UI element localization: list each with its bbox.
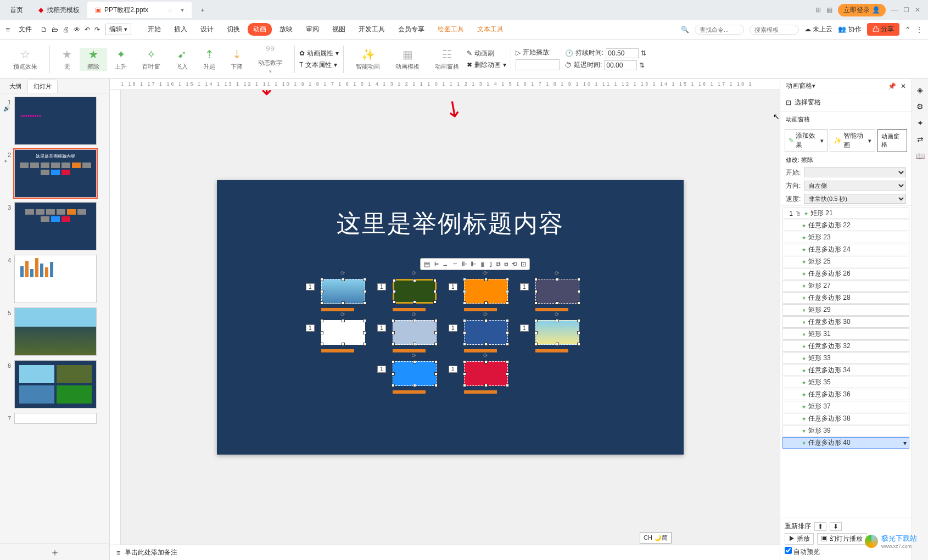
move-up-button[interactable]: ⬆ bbox=[814, 522, 826, 531]
align-icon[interactable]: ⫟ bbox=[452, 260, 459, 268]
notes-placeholder[interactable]: 单击此处添加备注 bbox=[125, 548, 177, 557]
anim-pane-toggle[interactable]: 动画窗格 bbox=[877, 129, 907, 152]
close-icon[interactable]: ✕ bbox=[915, 6, 920, 14]
align-icon[interactable]: ⊪ bbox=[462, 260, 467, 268]
slide-object[interactable]: ⟳1 bbox=[393, 279, 437, 304]
anim-list-item[interactable]: ★ 矩形 39 bbox=[782, 425, 909, 436]
rail-anim-icon[interactable]: ✦ bbox=[917, 119, 924, 127]
duration-input[interactable] bbox=[606, 48, 639, 58]
slide-object[interactable]: ⟳1 bbox=[321, 320, 365, 345]
group-icon[interactable]: ⧉ bbox=[496, 260, 501, 268]
pin-icon[interactable]: 📌 bbox=[888, 82, 896, 90]
anim-list-item[interactable]: ★ 矩形 33 bbox=[782, 352, 909, 364]
rail-docs-icon[interactable]: 📖 bbox=[915, 152, 925, 160]
tab-texttools[interactable]: 文本工具 bbox=[472, 23, 509, 36]
close-pane-icon[interactable]: ✕ bbox=[901, 82, 906, 90]
tab-devtools[interactable]: 开发工具 bbox=[353, 23, 390, 36]
slide-object[interactable]: ⟳1 bbox=[535, 320, 579, 345]
slide-canvas[interactable]: 这里是举例标题内容 ▤⊫⫠⫟⊪⊩⫼⫿⧉⧈⟲⊡ ⟳1⟳1⟳1⟳1 ⟳1⟳1⟳1⟳1… bbox=[217, 180, 684, 455]
anim-clover[interactable]: ✧百叶窗 bbox=[135, 48, 168, 71]
object-toolbar[interactable]: ▤⊫⫠⫟⊪⊩⫼⫿⧉⧈⟲⊡ bbox=[420, 258, 530, 270]
anim-property-dropdown[interactable]: ✿动画属性 ▾ bbox=[299, 49, 339, 58]
rail-transition-icon[interactable]: ⇄ bbox=[917, 135, 924, 144]
slide-thumb-6[interactable] bbox=[14, 360, 97, 408]
slide-object[interactable]: ⟳1 bbox=[321, 279, 365, 304]
menu-icon[interactable]: ≡ bbox=[5, 25, 10, 34]
slide-object[interactable]: ⟳1 bbox=[464, 320, 508, 345]
anim-list-item[interactable]: ★ 任意多边形 28 bbox=[782, 292, 909, 304]
anim-list-item[interactable]: ★ 矩形 35 bbox=[782, 377, 909, 388]
start-play-combo[interactable] bbox=[516, 59, 560, 70]
slide-thumb-1[interactable]: ●●●●●●●●● bbox=[14, 97, 97, 145]
rail-settings-icon[interactable]: ⚙ bbox=[916, 102, 924, 111]
dist-icon[interactable]: ⫿ bbox=[489, 260, 493, 268]
dist-icon[interactable]: ⫼ bbox=[479, 260, 486, 268]
slideshow-play-button[interactable]: ▣ 幻灯片播放 bbox=[817, 533, 866, 545]
minimize-icon[interactable]: — bbox=[891, 6, 898, 14]
search-template-input[interactable] bbox=[750, 25, 799, 35]
tab-slideshow[interactable]: 放映 bbox=[274, 23, 298, 36]
speed-select[interactable]: 非常快(0.5 秒) bbox=[804, 194, 906, 204]
slide-object[interactable]: ⟳1 bbox=[393, 320, 437, 345]
anim-list-item[interactable]: ★ 矩形 29 bbox=[782, 304, 909, 316]
anim-list-item[interactable]: ★ 任意多边形 22 bbox=[782, 220, 909, 231]
cloud-icon[interactable]: ☁ 未上云 bbox=[804, 25, 832, 34]
anim-list-item[interactable]: ★ 矩形 23 bbox=[782, 232, 909, 243]
anim-rise[interactable]: ✦上升 bbox=[107, 48, 135, 71]
anim-list-item[interactable]: ★ 任意多边形 26 bbox=[782, 268, 909, 279]
anim-list-item[interactable]: 1 🖱 ★ 矩形 21 bbox=[782, 208, 909, 219]
anim-template-button[interactable]: ▦动画模板 bbox=[388, 48, 427, 71]
open-icon[interactable]: 🗁 bbox=[52, 26, 58, 33]
print-icon[interactable]: 🖨 bbox=[63, 26, 69, 33]
slide-thumb-4[interactable] bbox=[14, 255, 97, 303]
smart-anim-button[interactable]: ✨智能动画 ▾ bbox=[830, 129, 875, 152]
tab-template[interactable]: ◆找稻壳模板 bbox=[31, 2, 87, 18]
preview-icon[interactable]: 👁 bbox=[74, 26, 80, 33]
delete-anim-dropdown[interactable]: ✖删除动画 ▾ bbox=[467, 60, 506, 70]
anim-list-item[interactable]: ★ 任意多边形 30 bbox=[782, 316, 909, 328]
file-menu[interactable]: 文件 bbox=[15, 24, 35, 35]
direction-select[interactable]: 自左侧 bbox=[804, 181, 906, 191]
slide-thumb-3[interactable] bbox=[14, 202, 97, 250]
add-effect-button[interactable]: ✎添加效果 ▾ bbox=[785, 129, 828, 152]
add-slide-button[interactable]: ＋ bbox=[0, 544, 109, 560]
anim-list-item[interactable]: ★ 任意多边形 40 ▾ bbox=[782, 437, 909, 449]
more-icon[interactable]: ⋮ bbox=[916, 26, 923, 33]
text-property-dropdown[interactable]: T文本属性 ▾ bbox=[299, 60, 339, 70]
spinner-icon[interactable]: ⇅ bbox=[639, 61, 645, 69]
tab-new[interactable]: ＋ bbox=[192, 2, 214, 18]
tab-drawtools[interactable]: 绘图工具 bbox=[432, 23, 469, 36]
align-icon[interactable]: ⊩ bbox=[471, 260, 476, 268]
tab-view[interactable]: 视图 bbox=[327, 23, 351, 36]
redo-icon[interactable]: ↷ bbox=[94, 26, 100, 33]
share-button[interactable]: 凸 分享 bbox=[867, 23, 899, 36]
tab-insert[interactable]: 插入 bbox=[169, 23, 193, 36]
anim-ascend[interactable]: ⇡升起 bbox=[195, 48, 223, 71]
new-icon[interactable]: 🗋 bbox=[41, 26, 47, 33]
tab-animation[interactable]: 动画 bbox=[248, 23, 272, 36]
anim-pane-button[interactable]: ☷动画窗格 bbox=[427, 48, 467, 71]
group-icon[interactable]: ⧈ bbox=[504, 260, 508, 268]
tab-member[interactable]: 会员专享 bbox=[393, 23, 430, 36]
slide-thumb-2[interactable]: 这里是举例标题内容 bbox=[14, 149, 97, 198]
anim-list-item[interactable]: ★ 任意多边形 36 bbox=[782, 389, 909, 400]
anim-descend[interactable]: ⇣下降 bbox=[223, 48, 250, 71]
collapse-icon[interactable]: ⌃ bbox=[905, 26, 910, 33]
slide-object[interactable]: ⟳1 bbox=[535, 279, 579, 304]
delay-input[interactable] bbox=[604, 60, 637, 70]
slide-object[interactable]: ⟳1 bbox=[464, 361, 508, 386]
slide-thumb-5[interactable] bbox=[14, 307, 97, 356]
rotate-icon[interactable]: ⟲ bbox=[512, 260, 517, 268]
slide-thumb-7[interactable] bbox=[14, 413, 97, 424]
tab-transition[interactable]: 切换 bbox=[221, 23, 245, 36]
anim-dynnum[interactable]: ⁹⁹动态数字▾ bbox=[250, 44, 290, 74]
more-icon[interactable]: ⊡ bbox=[521, 260, 526, 268]
align-icon[interactable]: ⫠ bbox=[442, 260, 449, 268]
tab-dropdown-icon[interactable]: ▾ bbox=[181, 6, 184, 14]
slides-tab[interactable]: 幻灯片 bbox=[27, 80, 58, 93]
anim-list-item[interactable]: ★ 任意多边形 38 bbox=[782, 413, 909, 424]
anim-list-item[interactable]: ★ 任意多边形 34 bbox=[782, 365, 909, 376]
align-icon[interactable]: ▤ bbox=[424, 260, 430, 268]
move-down-button[interactable]: ⬇ bbox=[830, 522, 842, 531]
selection-pane-button[interactable]: ⊡选择窗格 bbox=[780, 93, 912, 112]
